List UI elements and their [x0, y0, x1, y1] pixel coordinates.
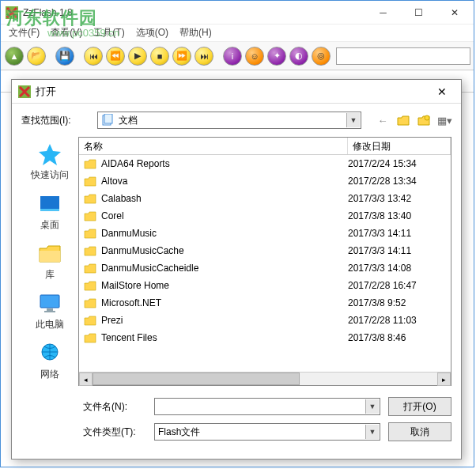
menu-help[interactable]: 帮助(H)	[175, 25, 217, 41]
scroll-left-button[interactable]: ◂	[79, 373, 93, 386]
dialog-titlebar[interactable]: 打开 ✕	[12, 80, 461, 104]
close-button[interactable]: ✕	[436, 2, 472, 24]
filename-dropdown-icon[interactable]: ▼	[365, 399, 379, 414]
nav-views-button[interactable]: ▦▾	[437, 113, 451, 127]
menu-file[interactable]: 文件(F)	[4, 25, 44, 41]
file-list-area: 名称 修改日期 AIDA64 Reports2017/2/24 15:34Alt…	[78, 137, 451, 386]
file-name: Tencent Files	[101, 332, 343, 343]
toolbar-extra2-button[interactable]: ◎	[311, 46, 331, 66]
file-row[interactable]: Altova2017/2/28 13:34	[79, 172, 451, 190]
file-date: 2017/2/28 11:03	[348, 315, 446, 326]
pc-icon	[37, 291, 62, 316]
toolbar-first-button[interactable]: ⏮	[83, 46, 104, 66]
toolbar-info-button[interactable]: i	[222, 46, 243, 66]
network-icon	[37, 341, 62, 366]
file-name: DanmuMusic	[101, 228, 343, 239]
file-date: 2017/2/28 13:34	[348, 176, 446, 187]
toolbar-browse-button[interactable]: 📂	[26, 46, 47, 66]
toolbar-save-button[interactable]: 💾	[55, 46, 75, 66]
nav-newfolder-button[interactable]	[417, 113, 431, 127]
toolbar-next-button[interactable]: ⏩	[172, 46, 192, 66]
file-name: DanmuMusicCacheidle	[101, 263, 343, 274]
file-date: 2017/3/8 8:46	[348, 332, 446, 343]
place-libraries[interactable]: 库	[36, 240, 64, 283]
filetype-dropdown-icon[interactable]: ▼	[365, 425, 379, 439]
file-date: 2017/3/3 14:08	[348, 263, 446, 274]
file-name: Prezi	[101, 315, 343, 326]
file-date: 2017/3/3 14:11	[348, 228, 446, 239]
file-name: AIDA64 Reports	[101, 158, 343, 169]
toolbar-tool-button[interactable]: ✦	[266, 46, 287, 66]
column-name[interactable]: 名称	[79, 138, 348, 154]
file-name: Microsoft.NET	[101, 297, 343, 308]
svg-rect-3	[104, 114, 112, 123]
svg-rect-6	[40, 209, 59, 211]
file-date: 2017/2/24 15:34	[348, 158, 446, 169]
scroll-thumb[interactable]	[93, 373, 300, 385]
file-row[interactable]: Corel2017/3/8 13:40	[79, 207, 451, 225]
svg-rect-9	[47, 308, 53, 311]
maximize-button[interactable]: ☐	[401, 2, 436, 24]
menu-options[interactable]: 选项(O)	[131, 25, 173, 41]
svg-rect-8	[40, 295, 59, 308]
main-titlebar[interactable]: ZzFlash 1.8 ─ ☐ ✕	[1, 1, 474, 25]
documents-icon	[101, 114, 114, 127]
toolbar: ▲ 📂 💾 ⏮ ⏪ ▶ ■ ⏩ ⏭ i ☺ ✦ ◐ ◎	[1, 42, 474, 70]
toolbar-face-button[interactable]: ☺	[244, 46, 265, 66]
menu-tools[interactable]: 工具(T)	[89, 25, 129, 41]
file-open-dialog: 打开 ✕ 查找范围(I): 文档 ▼ ← ▦▾ 快速访问	[11, 79, 462, 460]
file-row[interactable]: Prezi2017/2/28 11:03	[79, 312, 451, 329]
open-button[interactable]: 打开(O)	[388, 397, 451, 416]
combo-dropdown-icon[interactable]: ▼	[346, 113, 360, 127]
file-row[interactable]: Calabash2017/3/3 13:42	[79, 190, 451, 207]
dialog-title: 打开	[36, 85, 426, 99]
toolbar-input[interactable]	[336, 47, 470, 65]
filetype-combo[interactable]: Flash文件 ▼	[154, 423, 380, 441]
filetype-label: 文件类型(T):	[83, 426, 146, 439]
places-bar: 快速访问 桌面 库 此电脑 网络	[21, 137, 78, 386]
horizontal-scrollbar[interactable]: ◂ ▸	[79, 372, 451, 385]
nav-back-button[interactable]: ←	[376, 113, 390, 127]
file-date: 2017/3/8 13:40	[348, 210, 446, 221]
lookin-value: 文档	[119, 114, 138, 127]
toolbar-last-button[interactable]: ⏭	[194, 46, 214, 66]
toolbar-open-button[interactable]: ▲	[4, 46, 25, 66]
file-name: Calabash	[101, 193, 343, 204]
file-date: 2017/3/3 14:11	[348, 245, 446, 256]
scroll-right-button[interactable]: ▸	[437, 373, 451, 386]
file-row[interactable]: DanmuMusic2017/3/3 14:11	[79, 225, 451, 242]
dialog-close-button[interactable]: ✕	[426, 81, 458, 102]
file-row[interactable]: AIDA64 Reports2017/2/24 15:34	[79, 155, 451, 172]
window-title: ZzFlash 1.8	[23, 7, 365, 18]
toolbar-extra1-button[interactable]: ◐	[289, 46, 309, 66]
file-list-header: 名称 修改日期	[79, 138, 451, 155]
place-thispc[interactable]: 此电脑	[34, 289, 66, 333]
star-icon	[37, 142, 62, 167]
toolbar-play-button[interactable]: ▶	[127, 46, 148, 66]
cancel-button[interactable]: 取消	[388, 422, 451, 441]
file-date: 2017/2/28 16:47	[348, 280, 446, 291]
toolbar-prev-button[interactable]: ⏪	[105, 46, 126, 66]
place-quickaccess[interactable]: 快速访问	[29, 140, 70, 183]
svg-rect-5	[40, 196, 59, 209]
menubar: 文件(F) 查看(V) 工具(T) 选项(O) 帮助(H)	[1, 25, 474, 42]
toolbar-stop-button[interactable]: ■	[149, 46, 170, 66]
scroll-track[interactable]	[93, 373, 437, 385]
file-date: 2017/3/8 9:52	[348, 297, 446, 308]
file-row[interactable]: Tencent Files2017/3/8 8:46	[79, 329, 451, 346]
nav-up-button[interactable]	[396, 113, 410, 127]
file-date: 2017/3/3 13:42	[348, 193, 446, 204]
file-row[interactable]: Microsoft.NET2017/3/8 9:52	[79, 294, 451, 312]
svg-rect-7	[40, 251, 60, 262]
menu-view[interactable]: 查看(V)	[46, 25, 87, 41]
file-row[interactable]: DanmuMusicCache2017/3/3 14:11	[79, 242, 451, 259]
lookin-combo[interactable]: 文档 ▼	[97, 112, 361, 129]
file-row[interactable]: DanmuMusicCacheidle2017/3/3 14:08	[79, 259, 451, 277]
place-desktop[interactable]: 桌面	[36, 190, 64, 233]
minimize-button[interactable]: ─	[365, 2, 401, 24]
place-network[interactable]: 网络	[36, 339, 64, 383]
column-date[interactable]: 修改日期	[348, 138, 451, 154]
file-row[interactable]: MailStore Home2017/2/28 16:47	[79, 277, 451, 294]
lookin-label: 查找范围(I):	[21, 114, 93, 127]
filename-input[interactable]: ▼	[154, 398, 380, 415]
